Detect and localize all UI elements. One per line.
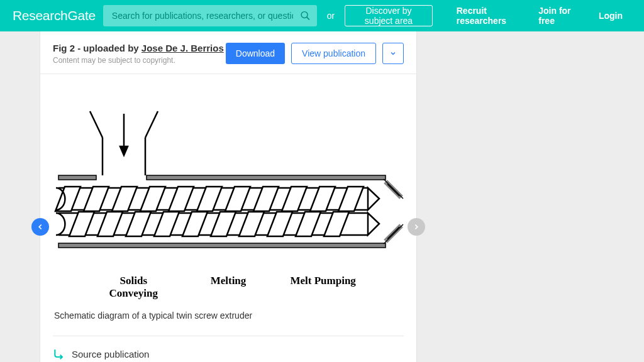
figure-meta: Fig 2 - uploaded by Jose De J. Berrios C… (53, 43, 224, 65)
chevron-down-icon (389, 50, 397, 57)
svg-line-15 (384, 224, 403, 244)
source-publication-row: Source publication (53, 336, 404, 360)
logo[interactable]: ResearchGate (13, 8, 96, 23)
svg-line-4 (145, 111, 158, 138)
label-melting: Melting (181, 275, 276, 300)
site-header: ResearchGate or Discover by subject area… (0, 0, 644, 31)
svg-point-0 (301, 12, 308, 18)
join-link[interactable]: Join for free (530, 6, 582, 26)
svg-marker-28 (282, 187, 307, 211)
download-button[interactable]: Download (226, 43, 285, 64)
svg-rect-8 (58, 175, 96, 180)
source-publication-label: Source publication (72, 349, 149, 359)
svg-marker-35 (97, 212, 123, 236)
action-buttons: Download View publication (226, 43, 404, 64)
or-separator: or (327, 11, 335, 21)
label-melt-pumping: Melt Pumping (275, 275, 370, 300)
svg-marker-7 (120, 146, 128, 155)
svg-marker-40 (239, 212, 264, 236)
svg-marker-36 (126, 212, 151, 236)
search-input[interactable] (103, 5, 317, 26)
svg-marker-23 (140, 187, 165, 211)
label-solids-conveying: SolidsConveying (86, 275, 181, 300)
figure-area: SolidsConveying Melting Melt Pumping Sch… (40, 74, 416, 362)
svg-marker-38 (182, 212, 208, 236)
svg-marker-29 (310, 187, 335, 211)
svg-rect-10 (58, 243, 386, 248)
author-link[interactable]: Jose De J. Berrios (142, 43, 224, 53)
svg-marker-22 (112, 187, 137, 211)
svg-marker-39 (211, 212, 236, 236)
svg-line-13 (384, 179, 403, 199)
svg-marker-20 (55, 187, 80, 211)
prev-figure-button[interactable] (31, 218, 49, 236)
card-header: Fig 2 - uploaded by Jose De J. Berrios C… (40, 31, 416, 74)
figure-caption: Schematic diagram of a typical twin scre… (53, 310, 404, 321)
view-publication-button[interactable]: View publication (291, 43, 376, 64)
search-wrapper (103, 5, 317, 26)
source-arrow-icon (53, 348, 65, 360)
svg-marker-42 (296, 212, 321, 236)
copyright-text: Content may be subject to copyright. (53, 56, 224, 65)
diagram-labels: SolidsConveying Melting Melt Pumping (71, 270, 386, 300)
svg-line-1 (306, 17, 309, 19)
next-figure-button[interactable] (408, 218, 425, 236)
svg-marker-19 (368, 188, 379, 210)
svg-marker-43 (324, 212, 349, 236)
svg-marker-30 (338, 187, 364, 211)
figure-title: Fig 2 - uploaded by Jose De J. Berrios (53, 43, 224, 53)
more-actions-button[interactable] (382, 43, 404, 64)
diagram-container: SolidsConveying Melting Melt Pumping (53, 87, 404, 300)
svg-marker-24 (169, 187, 194, 211)
fig-prefix: Fig 2 - uploaded by (53, 43, 142, 53)
svg-marker-34 (69, 212, 94, 236)
extruder-diagram (52, 87, 404, 270)
svg-marker-27 (253, 187, 279, 211)
svg-marker-26 (225, 187, 250, 211)
discover-button[interactable]: Discover by subject area (345, 5, 432, 26)
svg-marker-37 (154, 212, 179, 236)
svg-marker-33 (368, 213, 379, 235)
login-link[interactable]: Login (590, 11, 631, 21)
svg-marker-25 (197, 187, 222, 211)
svg-marker-21 (84, 187, 109, 211)
chevron-right-icon (412, 222, 421, 231)
main-area: Fig 2 - uploaded by Jose De J. Berrios C… (0, 31, 644, 362)
recruit-link[interactable]: Recruit researchers (448, 6, 523, 26)
svg-marker-41 (267, 212, 292, 236)
svg-line-2 (90, 111, 103, 138)
figure-card: Fig 2 - uploaded by Jose De J. Berrios C… (40, 31, 417, 362)
search-icon[interactable] (300, 11, 311, 21)
svg-rect-9 (147, 175, 386, 180)
chevron-left-icon (36, 222, 45, 231)
